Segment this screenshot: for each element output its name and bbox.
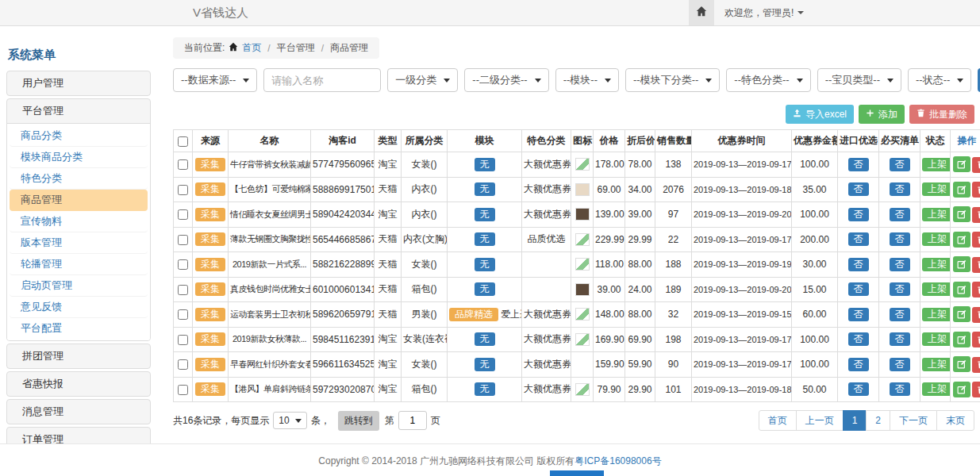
row-checkbox[interactable]: [178, 385, 188, 395]
row-checkbox[interactable]: [178, 335, 188, 345]
column-header: 优惠券时间: [692, 130, 792, 152]
module-cell: 无: [448, 327, 522, 352]
delete-button[interactable]: [972, 257, 980, 273]
filter-select[interactable]: --特色分类--: [726, 68, 810, 92]
delete-button[interactable]: [972, 232, 980, 248]
edit-button[interactable]: [953, 256, 970, 272]
filter-select[interactable]: --模块下分类--: [625, 68, 720, 92]
data-source-select[interactable]: --数据来源--: [173, 68, 257, 92]
delete-button[interactable]: [972, 282, 980, 298]
page-button[interactable]: 首页: [759, 410, 797, 431]
user-menu[interactable]: 欢迎您，管理员!: [724, 6, 804, 20]
filter-select[interactable]: --二级分类--: [464, 68, 548, 92]
name-search-input[interactable]: [263, 68, 381, 92]
row-checkbox[interactable]: [178, 359, 188, 370]
edit-button[interactable]: [953, 232, 970, 248]
edit-button[interactable]: [953, 206, 970, 222]
sidebar-subitem[interactable]: 模块商品分类: [10, 147, 148, 168]
sidebar-subitem[interactable]: 启动页管理: [10, 275, 148, 297]
row-checkbox[interactable]: [178, 285, 188, 295]
product-name-cell: 情侣睡衣女夏丝绸男士...: [229, 202, 311, 228]
row-checkbox[interactable]: [178, 209, 188, 220]
discount-price-cell: 88.00: [625, 302, 655, 328]
sidebar-subitem[interactable]: 轮播管理: [10, 254, 148, 275]
edit-button[interactable]: [953, 332, 970, 347]
page-button[interactable]: 下一页: [890, 410, 937, 431]
sidebar-group-label[interactable]: 用户管理: [7, 71, 150, 95]
sales-cell: 22: [655, 227, 692, 252]
sidebar-group-label[interactable]: 省惠快报: [7, 372, 150, 396]
edit-button[interactable]: [953, 306, 970, 322]
import-excel-button[interactable]: 导入excel: [786, 105, 854, 124]
feature-cell: 大额优惠券: [522, 177, 571, 202]
breadcrumb-home-link[interactable]: 首页: [242, 41, 261, 55]
page-number-input[interactable]: [398, 411, 427, 430]
filter-select[interactable]: --模块--: [555, 68, 619, 92]
delete-button[interactable]: [972, 307, 980, 323]
filter-select[interactable]: --状态--: [908, 68, 971, 92]
edit-button[interactable]: [953, 382, 970, 397]
edit-button[interactable]: [953, 356, 970, 372]
source-badge: 采集: [195, 258, 225, 271]
sidebar-group-label[interactable]: 拼团管理: [7, 344, 150, 368]
page-button[interactable]: 末页: [936, 410, 974, 431]
row-checkbox[interactable]: [178, 235, 188, 245]
filter-select[interactable]: 一级分类: [387, 68, 458, 92]
source-badge: 采集: [195, 358, 225, 371]
per-page-select[interactable]: 10: [273, 412, 306, 429]
sidebar-menu: 用户管理平台管理商品分类模块商品分类特色分类商品管理宣传物料版本管理轮播管理启动…: [6, 71, 151, 476]
type-cell: 淘宝: [375, 327, 402, 352]
jump-to-button[interactable]: 跳转到: [338, 411, 379, 431]
filter-select[interactable]: --宝贝类型--: [817, 68, 901, 92]
delete-button[interactable]: [972, 182, 980, 198]
edit-button[interactable]: [953, 182, 970, 198]
edit-button[interactable]: [953, 156, 970, 172]
status-cell: 上架: [920, 252, 951, 278]
sidebar-subitem[interactable]: 商品管理: [10, 190, 148, 211]
delete-button[interactable]: [972, 207, 980, 223]
price-cell: 79.90: [594, 377, 625, 402]
source-badge: 采集: [195, 182, 225, 196]
source-cell: 采集: [193, 352, 229, 378]
sidebar-subitem[interactable]: 商品分类: [10, 125, 148, 147]
row-checkbox[interactable]: [178, 159, 188, 170]
column-header: 优惠券金额: [792, 130, 838, 152]
price-cell: 159.90: [594, 352, 625, 378]
delete-button[interactable]: [972, 382, 980, 397]
sidebar-subitem[interactable]: 特色分类: [10, 168, 148, 190]
delete-button[interactable]: [972, 332, 980, 347]
price-cell: 178.00: [594, 152, 625, 178]
product-name-cell: 牛仔背带裤女秋装减龄...: [229, 152, 311, 178]
sidebar-subitem[interactable]: 宣传物料: [10, 211, 148, 232]
delete-button[interactable]: [972, 357, 980, 373]
page-button[interactable]: 上一页: [796, 410, 844, 431]
edit-button[interactable]: [953, 282, 970, 298]
discount-price-cell: 34.00: [625, 177, 655, 202]
sidebar-subitem[interactable]: 版本管理: [10, 232, 148, 254]
delete-button[interactable]: [972, 157, 980, 173]
add-button[interactable]: 添加: [859, 105, 905, 124]
batch-delete-button[interactable]: 批量删除: [909, 105, 974, 124]
row-checkbox[interactable]: [178, 185, 188, 195]
top-navbar: V省钱达人 欢迎您，管理员!: [0, 0, 980, 26]
page-button[interactable]: 2: [866, 410, 890, 431]
product-thumbnail: [575, 283, 590, 296]
type-cell: 天猫: [375, 252, 402, 278]
icp-link[interactable]: 粤ICP备16098006号: [575, 455, 661, 466]
row-checkbox[interactable]: [178, 309, 188, 320]
sidebar-group-label[interactable]: 消息管理: [7, 400, 150, 424]
sidebar-subitem[interactable]: 平台配置: [10, 318, 148, 339]
sidebar-subitem[interactable]: 意见反馈: [10, 297, 148, 318]
row-checkbox[interactable]: [178, 259, 188, 270]
module-badge: 无: [475, 382, 495, 396]
select-all-checkbox[interactable]: [178, 136, 188, 147]
chevron-down-icon: [797, 79, 803, 83]
breadcrumb-item-current: 商品管理: [330, 41, 368, 55]
module-cell: 无: [448, 352, 522, 378]
sales-cell: 188: [655, 252, 692, 278]
type-cell: 天猫: [375, 177, 402, 202]
sidebar-group-label[interactable]: 平台管理: [7, 99, 150, 123]
column-header: 折后价: [625, 130, 655, 152]
page-button[interactable]: 1: [843, 410, 867, 431]
home-nav-button[interactable]: [689, 0, 714, 25]
